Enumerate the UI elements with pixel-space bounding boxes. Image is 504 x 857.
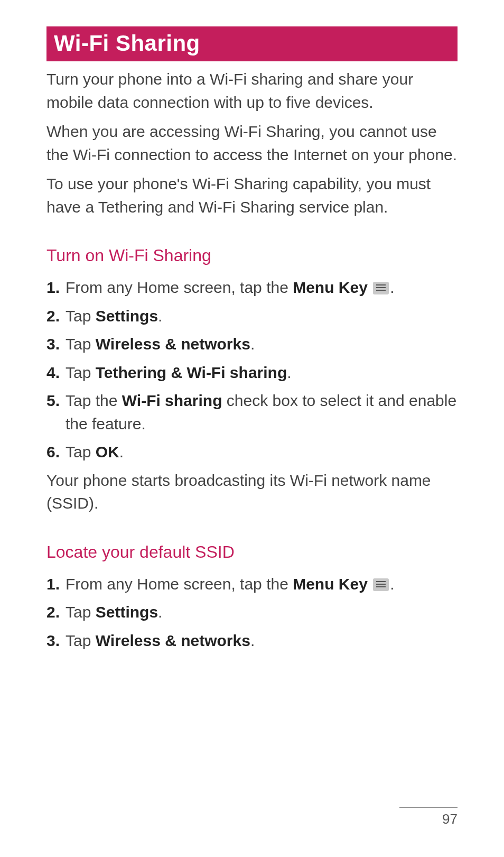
step-item: Tap Tethering & Wi-Fi sharing. [46,361,458,384]
step-bold: Settings [96,603,158,621]
step-text: Tap [66,335,96,353]
step-text: . [250,632,255,649]
step-text: Tap [66,632,96,649]
step-text: . [158,307,162,325]
step-item: From any Home screen, tap the Menu Key . [46,276,458,299]
step-item: Tap Settings. [46,601,458,624]
step-text: . [390,575,394,593]
step-bold: Settings [96,307,158,325]
step-text: Tap [66,443,96,460]
page-number: 97 [399,811,458,827]
step-text: From any Home screen, tap the [66,279,293,296]
step-bold: OK [96,443,119,460]
step-item: Tap Settings. [46,305,458,328]
page-footer: 97 [399,807,458,827]
step-text: . [119,443,124,460]
intro-paragraph-1: Turn your phone into a Wi-Fi sharing and… [46,68,458,114]
intro-paragraph-3: To use your phone's Wi-Fi Sharing capabi… [46,172,458,218]
result-paragraph: Your phone starts broadcasting its Wi-Fi… [46,469,458,515]
step-item: From any Home screen, tap the Menu Key . [46,573,458,596]
menu-key-icon [373,578,389,591]
intro-block: Turn your phone into a Wi-Fi sharing and… [46,68,458,218]
step-bold: Tethering & Wi-Fi sharing [96,364,287,381]
section-heading-locate-ssid: Locate your default SSID [46,542,458,562]
menu-key-icon [373,282,389,294]
step-bold: Wireless & networks [96,335,250,353]
step-text: From any Home screen, tap the [66,575,293,593]
step-text: . [158,603,162,621]
step-item: Tap the Wi-Fi sharing check box to selec… [46,389,458,435]
step-bold: Menu Key [293,279,368,296]
intro-paragraph-2: When you are accessing Wi-Fi Sharing, yo… [46,120,458,166]
step-text: Tap the [66,392,122,409]
step-text: . [287,364,291,381]
step-text: Tap [66,603,96,621]
step-bold: Menu Key [293,575,368,593]
steps-turn-on: From any Home screen, tap the Menu Key .… [46,276,458,464]
step-item: Tap OK. [46,440,458,464]
manual-page: Wi-Fi Sharing Turn your phone into a Wi-… [0,0,504,652]
steps-locate-ssid: From any Home screen, tap the Menu Key .… [46,573,458,652]
step-text: Tap [66,364,96,381]
step-text [368,279,372,296]
step-text: . [250,335,255,353]
page-title: Wi-Fi Sharing [46,26,458,61]
step-text: Tap [66,307,96,325]
section-heading-turn-on: Turn on Wi-Fi Sharing [46,246,458,265]
step-text: . [390,279,394,296]
step-item: Tap Wireless & networks. [46,629,458,652]
step-bold: Wireless & networks [96,632,250,649]
step-text [368,575,372,593]
footer-rule [399,807,458,808]
step-item: Tap Wireless & networks. [46,333,458,356]
step-bold: Wi-Fi sharing [122,392,222,409]
